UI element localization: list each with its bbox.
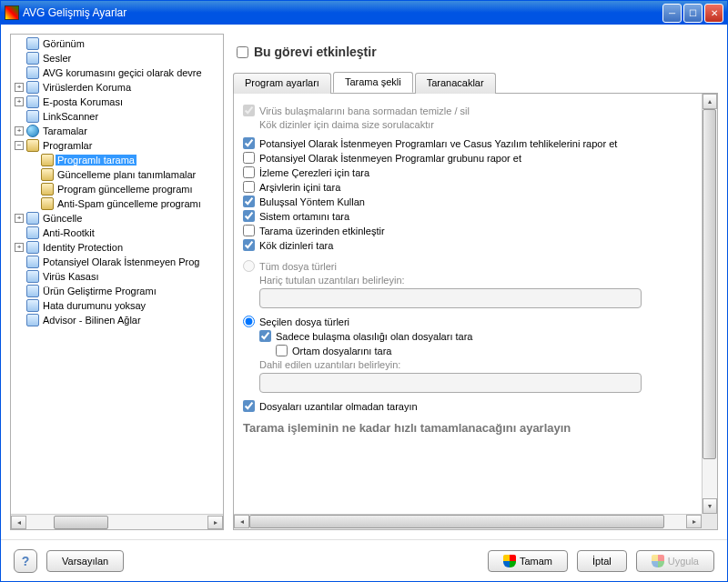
tree-item-label: Anti-Rootkit: [41, 227, 96, 238]
tree-item-label: E-posta Koruması: [41, 96, 125, 107]
page-icon: [26, 81, 39, 94]
archives-label: Arşivlerin içini tara: [259, 182, 340, 193]
tab[interactable]: Taranacaklar: [415, 73, 496, 94]
titlebar: AVG Gelişmiş Ayarlar ─ ☐ ✕: [1, 1, 727, 25]
tree-item[interactable]: Advisor - Bilinen Ağlar: [11, 313, 223, 327]
help-button[interactable]: ?: [14, 549, 37, 573]
pup-report-checkbox[interactable]: [243, 137, 255, 149]
expander-icon[interactable]: +: [15, 83, 24, 92]
scroll-corner: [702, 514, 717, 529]
tree-item-label: Programlı tarama: [56, 155, 136, 166]
tab[interactable]: Program ayarları: [233, 73, 331, 94]
tree-item[interactable]: Anti-Spam güncelleme programı: [11, 196, 223, 211]
apply-button: Uygula: [636, 550, 714, 572]
tree-item[interactable]: Program güncelleme programı: [11, 182, 223, 196]
scroll-down-button[interactable]: ▾: [703, 498, 717, 514]
page-icon: [26, 285, 39, 297]
page-icon: [26, 110, 39, 123]
thorough-checkbox[interactable]: [243, 225, 255, 236]
scroll-up-button[interactable]: ▴: [703, 94, 717, 109]
pup-group-checkbox[interactable]: [243, 152, 255, 164]
pup-report-label: Potansiyel Olarak İstenmeyen Programları…: [259, 138, 617, 149]
no-ext-label: Dosyaları uzantılar olmadan tarayın: [259, 401, 418, 412]
sysenv-label: Sistem ortamını tara: [259, 211, 349, 222]
tree-item-label: Programlar: [41, 140, 94, 151]
close-button[interactable]: ✕: [704, 4, 723, 23]
expander-icon[interactable]: −: [15, 141, 24, 150]
tree-item[interactable]: Hata durumunu yoksay: [11, 298, 223, 313]
rootkits-label: Kök dizinleri tara: [259, 240, 333, 251]
sysenv-checkbox[interactable]: [243, 210, 255, 222]
expander-icon[interactable]: +: [15, 126, 24, 135]
no-ext-checkbox[interactable]: [243, 400, 255, 412]
exclude-ext-input: [259, 288, 642, 308]
tree-item-label: Taramalar: [41, 125, 89, 136]
enable-task-label: Bu görevi etkinleştir: [254, 45, 377, 59]
cancel-button[interactable]: İptal: [577, 550, 627, 572]
hscroll-thumb[interactable]: [54, 516, 108, 529]
scan-icon: [26, 125, 39, 137]
page-icon: [26, 212, 39, 225]
tree-item[interactable]: +Virüslerden Koruma: [11, 80, 223, 95]
tree-item[interactable]: −Programlar: [11, 138, 223, 153]
tree-item[interactable]: +E-posta Koruması: [11, 95, 223, 109]
rootkits-checkbox[interactable]: [243, 239, 255, 251]
content-hscrollbar[interactable]: ◂ ▸: [234, 514, 702, 529]
vscroll-thumb[interactable]: [703, 109, 716, 459]
page-icon: [26, 37, 39, 50]
maximize-button[interactable]: ☐: [683, 4, 703, 23]
speed-heading: Tarama işleminin ne kadar hızlı tamamlan…: [243, 421, 693, 435]
media-files-checkbox[interactable]: [276, 345, 288, 356]
sched-icon: [41, 183, 54, 196]
tree-item[interactable]: Virüs Kasası: [11, 269, 223, 284]
tree-item[interactable]: Güncelleme planı tanımlamalar: [11, 167, 223, 182]
scroll-left-button[interactable]: ◂: [234, 515, 249, 528]
tree-item[interactable]: Görünüm: [11, 36, 223, 51]
page-icon: [26, 270, 39, 283]
exclude-ext-label: Hariç tutulan uzantıları belirleyin:: [259, 275, 693, 286]
cookies-checkbox[interactable]: [243, 166, 255, 178]
app-icon: [5, 5, 19, 20]
sched-icon: [41, 197, 54, 210]
scroll-right-button[interactable]: ▸: [207, 516, 223, 529]
sched-icon: [41, 168, 54, 181]
hscroll-thumb[interactable]: [249, 515, 664, 528]
clean-label: Virüs bulaşmalarını bana sormadan temizl…: [259, 105, 470, 116]
tree-item[interactable]: Sesler: [11, 51, 223, 65]
tree-item[interactable]: LinkScanner: [11, 109, 223, 124]
all-files-radio: [243, 260, 255, 272]
only-infectable-checkbox[interactable]: [259, 330, 271, 342]
default-button[interactable]: Varsayılan: [46, 550, 124, 572]
heuristic-checkbox[interactable]: [243, 196, 255, 207]
expander-icon[interactable]: +: [15, 214, 24, 223]
enable-task-checkbox[interactable]: [237, 46, 248, 58]
tree-item-label: Potansiyel Olarak İstenmeyen Prog: [41, 256, 201, 267]
page-icon: [26, 66, 39, 79]
tree-item[interactable]: +Identity Protection: [11, 240, 223, 255]
tree-item[interactable]: AVG korumasını geçici olarak devre: [11, 65, 223, 80]
tree-item[interactable]: Programlı tarama: [11, 153, 223, 167]
page-icon: [26, 299, 39, 312]
tree-item-label: Identity Protection: [41, 242, 125, 253]
footer: ? Varsayılan Tamam İptal Uygula: [1, 539, 727, 581]
tree-item[interactable]: +Taramalar: [11, 124, 223, 138]
tree-view[interactable]: GörünümSeslerAVG korumasını geçici olara…: [11, 35, 223, 514]
archives-checkbox[interactable]: [243, 181, 255, 193]
expander-icon[interactable]: +: [15, 243, 24, 252]
scroll-right-button[interactable]: ▸: [686, 515, 702, 528]
sched-icon: [41, 154, 54, 166]
tree-item[interactable]: Potansiyel Olarak İstenmeyen Prog: [11, 255, 223, 269]
tree-item[interactable]: +Güncelle: [11, 211, 223, 226]
minimize-button[interactable]: ─: [662, 4, 682, 23]
cookies-label: İzleme Çerezleri için tara: [259, 167, 369, 178]
tree-item[interactable]: Anti-Rootkit: [11, 226, 223, 240]
expander-icon[interactable]: +: [15, 97, 24, 106]
selected-files-radio[interactable]: [243, 316, 255, 327]
ok-button[interactable]: Tamam: [488, 550, 568, 572]
tree-item[interactable]: Ürün Geliştirme Programı: [11, 284, 223, 298]
tree-panel: GörünümSeslerAVG korumasını geçici olara…: [10, 34, 224, 530]
tree-hscrollbar[interactable]: ◂ ▸: [11, 514, 223, 529]
content-vscrollbar[interactable]: ▴ ▾: [702, 94, 717, 514]
tab[interactable]: Tarama şekli: [333, 72, 413, 93]
scroll-left-button[interactable]: ◂: [11, 516, 26, 529]
